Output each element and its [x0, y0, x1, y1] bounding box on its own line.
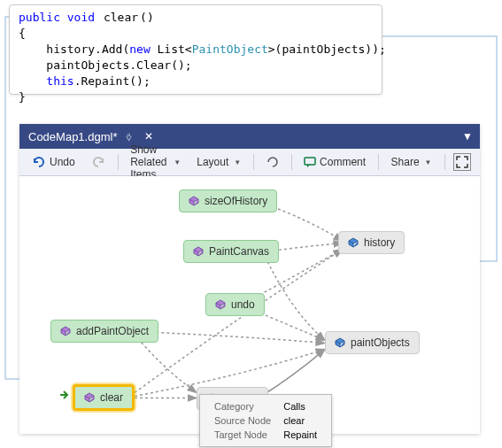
method-clear: clear — [102, 11, 140, 24]
code-editor[interactable]: public void clear() { history.Add(new Li… — [9, 4, 382, 95]
entry-arrow-icon — [58, 389, 71, 401]
edge-tooltip: CategoryCalls Source Nodeclear Target No… — [199, 394, 332, 447]
node-undo[interactable]: undo — [205, 293, 265, 316]
method-icon — [193, 246, 204, 257]
method-icon — [84, 392, 95, 403]
fit-button[interactable] — [453, 153, 471, 171]
undo-button[interactable]: Undo — [28, 153, 79, 171]
refresh-icon — [266, 156, 279, 168]
undo-icon — [32, 155, 46, 169]
kw-public: public — [19, 11, 60, 24]
layout-button[interactable]: Layout▼ — [193, 154, 244, 170]
redo-icon — [91, 155, 105, 169]
comment-icon — [304, 156, 316, 168]
node-sizeOfHistory[interactable]: sizeOfHistory — [179, 189, 277, 212]
method-icon — [189, 196, 199, 206]
toolbar: Undo Show Related Items▼ Layout▼ Comment… — [19, 149, 480, 176]
tab-menu-icon[interactable]: ▼ — [455, 130, 480, 143]
method-icon — [60, 326, 71, 336]
fit-icon — [456, 156, 468, 168]
refresh-button[interactable] — [263, 154, 282, 170]
node-history[interactable]: history — [338, 231, 405, 254]
redo-button — [88, 153, 109, 171]
field-icon — [348, 237, 359, 248]
node-paintObjects[interactable]: paintObjects — [325, 331, 420, 354]
codemap-window: CodeMap1.dgml* ⎀ ✕ ▼ Undo Show Related I… — [19, 124, 480, 434]
close-icon[interactable]: ✕ — [141, 130, 157, 143]
share-button[interactable]: Share▼ — [388, 154, 436, 170]
comment-button[interactable]: Comment — [300, 154, 369, 170]
method-icon — [215, 299, 226, 310]
node-addPaintObject[interactable]: addPaintObject — [50, 320, 158, 343]
svg-rect-0 — [305, 158, 315, 165]
tab-strip: CodeMap1.dgml* ⎀ ✕ ▼ — [19, 124, 480, 149]
pin-icon[interactable]: ⎀ — [122, 130, 135, 143]
kw-void: void — [67, 11, 95, 24]
node-clear[interactable]: clear — [73, 384, 135, 411]
tab-title[interactable]: CodeMap1.dgml* — [28, 130, 117, 143]
node-paintCanvas[interactable]: PaintCanvas — [183, 240, 279, 263]
field-icon — [335, 337, 345, 348]
